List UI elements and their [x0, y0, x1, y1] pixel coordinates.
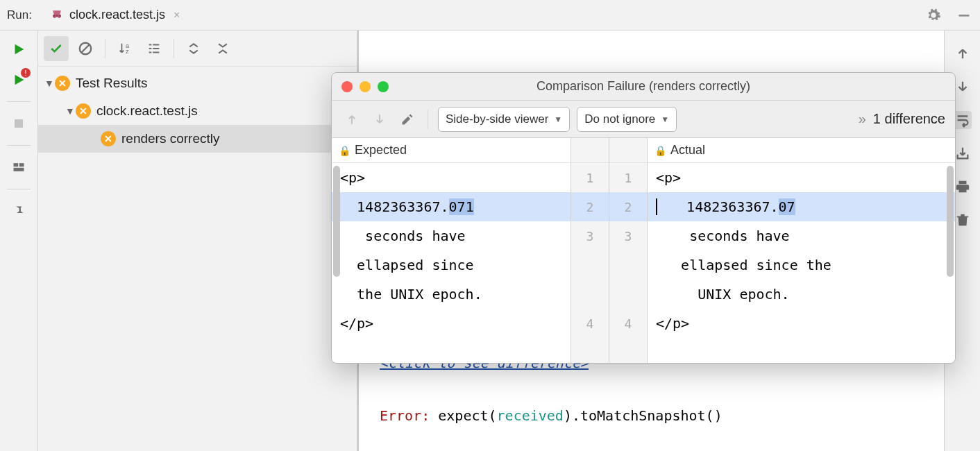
minimize-icon[interactable]	[955, 6, 973, 24]
svg-rect-7	[14, 168, 24, 171]
actual-code[interactable]: <p> 1482363367.07 seconds have ellapsed …	[648, 163, 955, 363]
test-toolbar: az	[38, 31, 357, 67]
close-tab-icon[interactable]: ×	[174, 9, 180, 22]
svg-rect-3	[959, 15, 970, 17]
svg-rect-6	[19, 163, 24, 167]
run-icon[interactable]	[10, 40, 28, 58]
comparison-dialog: Comparison Failure (renders correctly) S…	[331, 72, 956, 364]
edit-icon[interactable]	[397, 109, 418, 130]
lock-icon: 🔒	[339, 145, 350, 156]
collapse-icon[interactable]	[210, 36, 235, 61]
ignore-mode-select[interactable]: Do not ignore▼	[577, 107, 677, 132]
run-tab[interactable]: clock.react.test.js ×	[43, 5, 187, 25]
chevron-down-icon: ▼	[44, 78, 55, 89]
sort-icon[interactable]: az	[112, 36, 137, 61]
gutter-left: 1 2 3 4	[571, 163, 609, 363]
error-line: Error: expect(received).toMatchSnapshot(…	[380, 402, 930, 429]
fail-badge-icon: ✕	[76, 103, 91, 119]
chevron-down-icon: ▼	[554, 114, 562, 124]
tree-file-label: clock.react.test.js	[96, 103, 198, 119]
settings-icon[interactable]	[924, 6, 943, 24]
gutter-right: 1 2 3 4	[609, 163, 647, 363]
window-min-icon[interactable]	[360, 81, 371, 92]
chevron-down-icon: ▼	[661, 114, 669, 124]
dialog-title: Comparison Failure (renders correctly)	[332, 79, 955, 94]
tree-test[interactable]: ✕ renders correctly	[38, 125, 357, 153]
svg-point-1	[56, 15, 58, 17]
scrollbar[interactable]	[947, 166, 954, 277]
show-ignored-icon[interactable]	[73, 36, 98, 61]
test-tree: ▼ ✕ Test Results ▼ ✕ clock.react.test.js…	[38, 67, 357, 153]
expected-code[interactable]: <p> 1482363367.071 seconds have ellapsed…	[332, 163, 571, 363]
fail-badge-icon: ✕	[55, 76, 70, 91]
soft-wrap-icon[interactable]	[954, 111, 972, 129]
rerun-failed-icon[interactable]: !	[10, 71, 28, 89]
svg-text:z: z	[126, 48, 129, 55]
svg-point-2	[58, 15, 61, 17]
scrollbar[interactable]	[333, 166, 340, 277]
tree-test-label: renders correctly	[121, 131, 220, 146]
up-arrow-icon[interactable]	[954, 44, 972, 62]
down-arrow-icon[interactable]	[954, 78, 972, 96]
trash-icon[interactable]	[954, 211, 972, 229]
tree-file[interactable]: ▼ ✕ clock.react.test.js	[38, 97, 357, 125]
text-cursor	[656, 198, 657, 215]
test-tree-pane: az ▼ ✕ Test Results ▼ ✕ clock.react.test…	[38, 31, 357, 451]
viewer-mode-select[interactable]: Side-by-side viewer▼	[438, 107, 570, 132]
jest-icon	[50, 8, 64, 22]
prev-diff-icon[interactable]	[341, 109, 362, 130]
stop-icon[interactable]	[10, 114, 28, 133]
more-icon[interactable]: »	[859, 111, 866, 127]
print-icon[interactable]	[954, 178, 972, 196]
diff-count: » 1 difference	[859, 111, 945, 127]
svg-line-9	[82, 44, 90, 52]
window-max-icon[interactable]	[378, 81, 389, 92]
next-diff-icon[interactable]	[369, 109, 390, 130]
run-left-gutter: !	[0, 31, 38, 451]
tree-root-label: Test Results	[76, 76, 147, 91]
tree-root[interactable]: ▼ ✕ Test Results	[38, 69, 357, 97]
svg-rect-4	[15, 119, 23, 128]
actual-header: 🔒Actual	[648, 138, 955, 163]
chevron-down-icon: ▼	[65, 105, 76, 117]
layout-icon[interactable]	[10, 158, 28, 176]
expand-icon[interactable]	[181, 36, 206, 61]
fail-badge-icon: ✕	[101, 131, 116, 146]
svg-rect-5	[14, 163, 19, 167]
show-passed-icon[interactable]	[44, 36, 69, 61]
lock-icon: 🔒	[654, 145, 666, 156]
suites-icon[interactable]	[142, 36, 167, 61]
window-close-icon[interactable]	[341, 81, 353, 92]
svg-point-0	[53, 15, 56, 17]
dialog-titlebar[interactable]: Comparison Failure (renders correctly)	[332, 73, 955, 101]
dialog-toolbar: Side-by-side viewer▼ Do not ignore▼ » 1 …	[332, 101, 955, 138]
run-header: Run: clock.react.test.js ×	[0, 0, 980, 31]
run-tab-label: clock.react.test.js	[69, 8, 165, 22]
run-label: Run:	[7, 8, 32, 22]
export-icon[interactable]	[954, 144, 972, 162]
pin-icon[interactable]	[10, 202, 28, 220]
expected-header: 🔒Expected	[332, 138, 571, 163]
